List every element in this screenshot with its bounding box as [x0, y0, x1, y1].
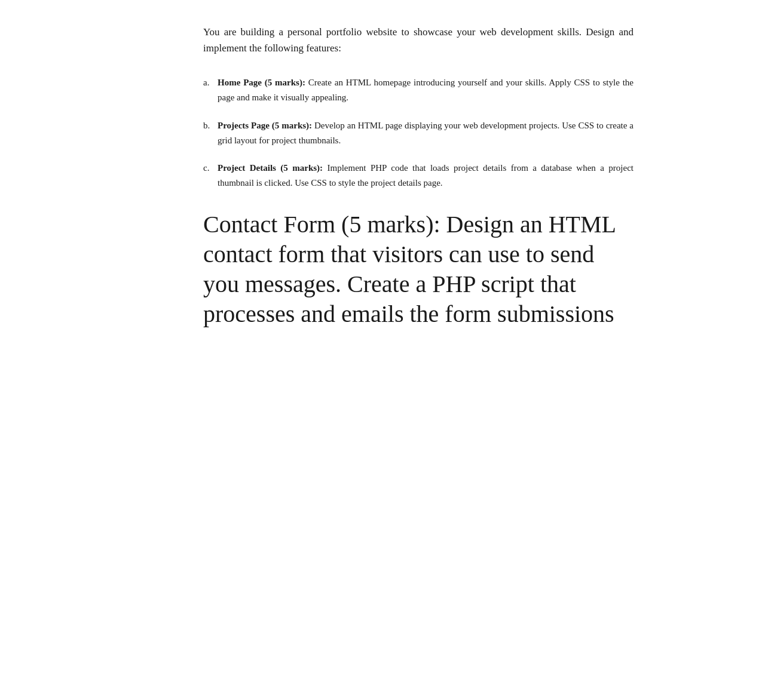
list-title-c: Project Details (5 marks):	[218, 163, 323, 173]
contact-form-text: Contact Form (5 marks): Design an HTML c…	[203, 210, 634, 329]
list-item-b: b. Projects Page (5 marks): Develop an H…	[203, 118, 634, 148]
list-title-a: Home Page (5 marks):	[218, 78, 305, 87]
list-body-a: Home Page (5 marks): Create an HTML home…	[218, 75, 634, 105]
list-title-b: Projects Page (5 marks):	[218, 121, 312, 130]
list-body-b: Projects Page (5 marks): Develop an HTML…	[218, 118, 634, 148]
intro-paragraph: You are building a personal portfolio we…	[203, 24, 634, 56]
list-label-b: b.	[203, 118, 214, 148]
list-body-c: Project Details (5 marks): Implement PHP…	[218, 161, 634, 191]
list-items-block: a. Home Page (5 marks): Create an HTML h…	[203, 75, 634, 191]
page-content: You are building a personal portfolio we…	[120, 0, 645, 353]
contact-form-section: Contact Form (5 marks): Design an HTML c…	[203, 210, 634, 329]
list-item-a: a. Home Page (5 marks): Create an HTML h…	[203, 75, 634, 105]
list-label-a: a.	[203, 75, 214, 105]
list-label-c: c.	[203, 161, 214, 191]
list-item-c: c. Project Details (5 marks): Implement …	[203, 161, 634, 191]
